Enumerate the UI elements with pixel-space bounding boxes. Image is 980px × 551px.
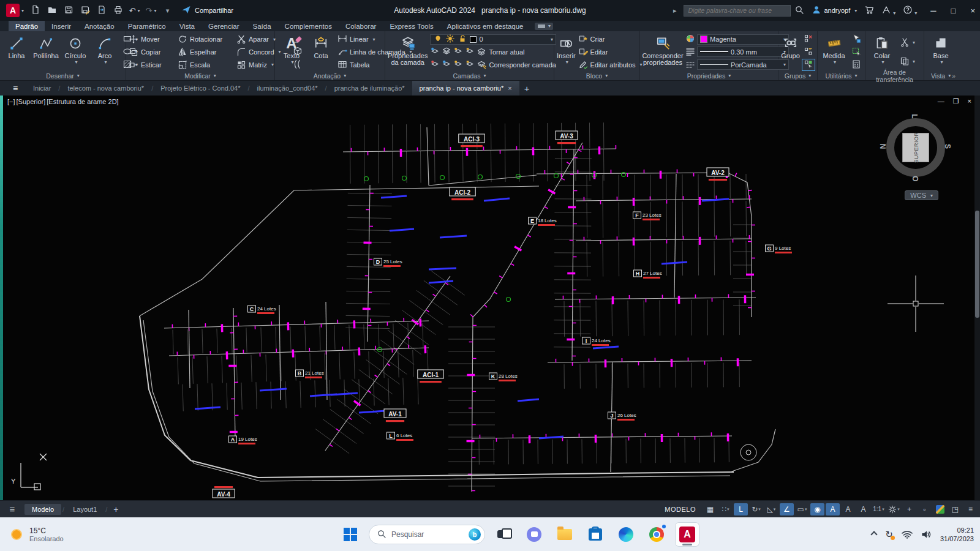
ribbon-tab-gerenciar[interactable]: Gerenciar bbox=[202, 21, 246, 31]
doc-close-button[interactable]: × bbox=[968, 97, 971, 105]
group-button[interactable]: Grupo bbox=[781, 33, 800, 71]
arco-button[interactable]: Arco▾ bbox=[91, 33, 119, 71]
layer-dropdown[interactable]: 0 ▾ bbox=[430, 34, 556, 45]
tray-expand-icon[interactable] bbox=[871, 531, 878, 538]
paste-button[interactable]: Colar▾ bbox=[868, 33, 896, 71]
window-minimize-button[interactable]: ─ bbox=[930, 6, 936, 15]
ribbon-tab-vista[interactable]: Vista bbox=[173, 21, 202, 31]
app-store-cart-icon[interactable] bbox=[864, 5, 874, 16]
rotacionar-button[interactable]: Rotacionar bbox=[178, 34, 236, 45]
quick-calc-button[interactable] bbox=[850, 59, 862, 70]
new-file-icon[interactable] bbox=[30, 6, 40, 16]
measure-button[interactable]: Medida▾ bbox=[820, 33, 848, 71]
file-tab-5[interactable]: prancha ip - nova camboriu*× bbox=[412, 81, 519, 96]
doc-restore-button[interactable]: ❐ bbox=[953, 97, 959, 105]
qat-customize-icon[interactable]: ▾ bbox=[162, 6, 173, 16]
help-icon[interactable]: ▾ bbox=[903, 5, 917, 16]
dimension-button[interactable]: Cota bbox=[307, 33, 335, 71]
viewcube-west[interactable]: O bbox=[911, 176, 919, 181]
layer-freeze-icon[interactable] bbox=[442, 47, 451, 58]
polar-tracking-button[interactable]: ↻▾ bbox=[749, 503, 763, 515]
export-icon[interactable] bbox=[96, 6, 107, 16]
annotation-visibility-button[interactable]: A bbox=[841, 503, 855, 515]
base-view-button[interactable]: Base▾ bbox=[927, 33, 955, 71]
volume-icon[interactable] bbox=[921, 530, 932, 539]
panel-label-grupos[interactable]: Grupos▾ bbox=[781, 71, 815, 80]
snap-mode-button[interactable]: ∷▾ bbox=[718, 503, 733, 515]
panel-label-bloco[interactable]: Bloco▾ bbox=[557, 71, 637, 80]
panel-label-transferencia[interactable]: Área de transferência bbox=[868, 71, 921, 80]
doc-minimize-button[interactable]: — bbox=[938, 97, 944, 105]
mover-button[interactable]: Mover bbox=[129, 34, 178, 45]
isolate-objects-button[interactable]: ▫ bbox=[918, 503, 932, 515]
layer-thaw-all-icon[interactable] bbox=[453, 59, 463, 70]
viewcube-east[interactable]: L bbox=[910, 114, 919, 118]
new-layout-button[interactable]: + bbox=[108, 504, 123, 514]
workspace-switch-button[interactable]: ▾ bbox=[535, 23, 553, 30]
group-selection-toggle[interactable] bbox=[802, 59, 815, 70]
save-icon[interactable] bbox=[63, 6, 74, 16]
lineweight-dropdown[interactable]: 0.30 mm ▾ bbox=[697, 47, 789, 57]
polilinha-button[interactable]: Polilinha bbox=[32, 33, 60, 71]
microsoft-store-button[interactable] bbox=[583, 522, 608, 547]
ortho-mode-button[interactable]: L bbox=[734, 503, 748, 515]
autocad-taskbar-button[interactable]: A bbox=[675, 522, 699, 547]
customization-menu-button[interactable]: ≡ bbox=[963, 503, 978, 515]
autodesk-a-icon[interactable]: ▾ bbox=[881, 5, 895, 16]
ribbon-tab-colaborar[interactable]: Colaborar bbox=[339, 21, 383, 31]
window-maximize-button[interactable]: □ bbox=[951, 6, 956, 15]
wifi-icon[interactable] bbox=[902, 530, 913, 539]
panel-label-desenhar[interactable]: Desenhar▾ bbox=[2, 71, 123, 80]
panel-label-modificar[interactable]: Modificar▾ bbox=[129, 71, 272, 80]
ribbon-tab-express-tools[interactable]: Express Tools bbox=[383, 21, 440, 31]
match-layer-button[interactable]: Corresponder camada bbox=[477, 59, 556, 70]
select-all-button[interactable] bbox=[850, 47, 862, 58]
taskbar-search[interactable]: Pesquisar b bbox=[369, 525, 485, 544]
viewcube-north[interactable]: N bbox=[879, 144, 888, 149]
window-close-button[interactable]: × bbox=[970, 6, 975, 15]
object-color-dropdown[interactable]: Magenta ▾ bbox=[697, 34, 789, 45]
panel-label-anotacao[interactable]: Anotação▾ bbox=[277, 71, 382, 80]
file-tab-3[interactable]: iluminação_cond04* bbox=[250, 81, 325, 96]
layer-off-icon[interactable] bbox=[453, 47, 463, 58]
share-button[interactable]: Compartilhar bbox=[181, 5, 233, 16]
chat-button[interactable] bbox=[522, 522, 546, 547]
task-view-button[interactable] bbox=[491, 522, 516, 547]
copy-clip-button[interactable]: ▾ bbox=[899, 56, 916, 67]
viewcube-face-top[interactable]: SUPERIOR bbox=[902, 133, 929, 162]
match-properties-button[interactable]: Corresponder propriedades bbox=[643, 33, 683, 71]
copiar-button[interactable]: Copiar bbox=[129, 46, 178, 58]
clock[interactable]: 09:21 31/07/2023 bbox=[940, 526, 974, 543]
text-button[interactable]: A Texto▾ bbox=[277, 33, 306, 71]
make-current-button[interactable]: Tornar atual bbox=[477, 46, 524, 58]
file-tabs-menu-icon[interactable]: ≡ bbox=[5, 81, 26, 96]
app-menu-caret-icon[interactable]: ▾ bbox=[21, 8, 24, 13]
escala-button[interactable]: Escala bbox=[178, 59, 236, 70]
ribbon-tab-aplicativos-em-destaque[interactable]: Aplicativos em destaque bbox=[440, 21, 530, 31]
undo-icon[interactable]: ↶▾ bbox=[129, 6, 140, 16]
layer-walk-icon[interactable] bbox=[442, 59, 451, 70]
viewport-view-control[interactable]: [Superior] bbox=[17, 98, 46, 105]
weather-widget[interactable]: 15°C Ensolarado bbox=[9, 527, 64, 542]
esticar-button[interactable]: Esticar bbox=[129, 59, 178, 70]
grid-display-button[interactable]: ▦ bbox=[703, 503, 717, 515]
workspace-switching-button[interactable]: ▾ bbox=[887, 503, 901, 515]
isometric-drafting-button[interactable]: ◺▾ bbox=[764, 503, 778, 515]
layout-tabs-menu-icon[interactable]: ≡ bbox=[0, 504, 24, 514]
help-search-input[interactable] bbox=[684, 5, 791, 17]
plot-icon[interactable] bbox=[113, 6, 123, 16]
autocad-logo[interactable]: A bbox=[6, 4, 20, 17]
block-edit-button[interactable]: Editar bbox=[578, 46, 643, 58]
block-attributes-button[interactable]: Editar atributos▾ bbox=[578, 59, 643, 70]
layout-tab-layout1[interactable]: Layout1 bbox=[66, 504, 104, 515]
model-space-label[interactable]: MODELO bbox=[658, 506, 702, 513]
linha-button[interactable]: Linha bbox=[2, 33, 31, 71]
ungroup-button[interactable] bbox=[802, 34, 815, 45]
ribbon-tab-complementos[interactable]: Complementos bbox=[278, 21, 339, 31]
new-drawing-tab-button[interactable]: + bbox=[519, 83, 535, 94]
file-tab-2[interactable]: Projeto Elétrico - Cond.04* bbox=[153, 81, 247, 96]
layer-unisolate-icon[interactable] bbox=[430, 59, 440, 70]
layer-properties-button[interactable]: Propriedades da camada bbox=[388, 33, 428, 71]
open-file-icon[interactable] bbox=[47, 6, 57, 16]
edge-button[interactable] bbox=[614, 522, 638, 547]
